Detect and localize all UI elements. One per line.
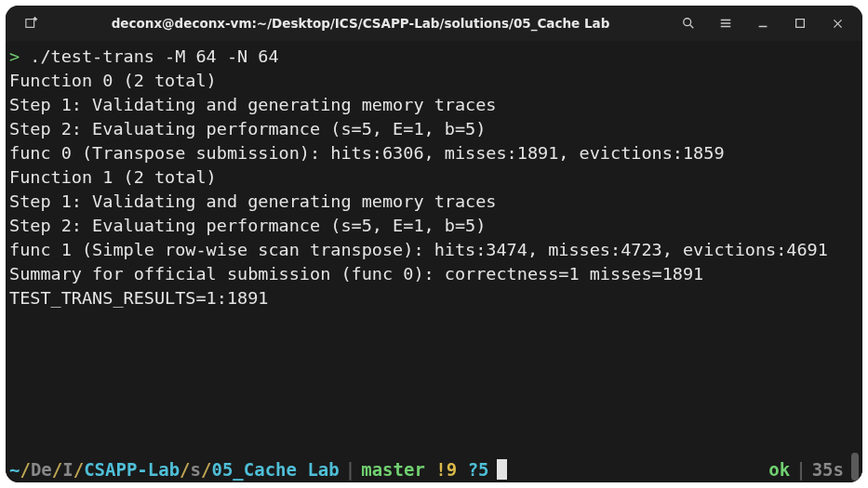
output-line: Step 2: Evaluating performance (s=5, E=1… bbox=[9, 117, 859, 141]
status-path: ~/De/I/CSAPP-Lab/s/05_Cache Lab bbox=[9, 457, 340, 481]
status-untracked: ?5 bbox=[468, 457, 489, 481]
window-title: deconx@deconx-vm:~/Desktop/ICS/CSAPP-Lab… bbox=[50, 16, 671, 31]
titlebar: deconx@deconx-vm:~/Desktop/ICS/CSAPP-Lab… bbox=[6, 6, 862, 41]
output-line: Summary for official submission (func 0)… bbox=[9, 262, 859, 286]
status-slash: / bbox=[52, 459, 62, 480]
output-line: Step 1: Validating and generating memory… bbox=[9, 93, 859, 117]
status-time: 35s bbox=[812, 457, 844, 481]
status-dirty: !9 bbox=[435, 457, 457, 481]
scrollbar-thumb[interactable] bbox=[851, 453, 859, 481]
svg-point-1 bbox=[684, 19, 691, 26]
status-tilde: ~ bbox=[9, 459, 20, 480]
output-line: Function 0 (2 total) bbox=[9, 69, 859, 93]
close-icon bbox=[832, 18, 844, 30]
minimize-button[interactable] bbox=[745, 9, 781, 37]
close-button[interactable] bbox=[820, 9, 855, 37]
output-line: TEST_TRANS_RESULTS=1:1891 bbox=[9, 286, 859, 310]
status-slash: / bbox=[201, 459, 211, 480]
svg-rect-0 bbox=[26, 20, 34, 28]
status-seg: De bbox=[31, 459, 52, 480]
prompt-marker: > bbox=[9, 46, 20, 66]
maximize-button[interactable] bbox=[782, 9, 818, 37]
svg-line-2 bbox=[690, 25, 694, 29]
hamburger-icon bbox=[719, 17, 732, 30]
output-line: Function 1 (2 total) bbox=[9, 165, 859, 190]
cursor bbox=[497, 459, 507, 480]
search-button[interactable] bbox=[671, 9, 706, 37]
new-tab-icon bbox=[25, 17, 38, 30]
search-icon bbox=[682, 17, 695, 30]
status-bar: ~/De/I/CSAPP-Lab/s/05_Cache Lab | master… bbox=[9, 456, 859, 482]
status-seg: s bbox=[191, 459, 201, 480]
maximize-icon bbox=[794, 17, 807, 30]
status-branch: master bbox=[361, 457, 425, 481]
status-pipe: | bbox=[345, 457, 355, 481]
terminal-body[interactable]: > ./test-trans -M 64 -N 64 Function 0 (2… bbox=[6, 41, 862, 482]
status-pipe: | bbox=[795, 457, 806, 481]
svg-rect-7 bbox=[796, 20, 805, 28]
minimize-icon bbox=[756, 17, 769, 30]
command-line: > ./test-trans -M 64 -N 64 bbox=[9, 45, 859, 69]
status-seg: CSAPP-Lab bbox=[84, 459, 180, 480]
status-seg: I bbox=[62, 459, 73, 480]
status-ok: ok bbox=[768, 457, 790, 481]
status-slash: / bbox=[180, 459, 190, 480]
output-line: func 1 (Simple row-wise scan transpose):… bbox=[9, 238, 859, 262]
menu-button[interactable] bbox=[708, 9, 743, 37]
output-line: Step 2: Evaluating performance (s=5, E=1… bbox=[9, 214, 859, 238]
status-slash: / bbox=[20, 459, 30, 480]
status-seg: 05_Cache Lab bbox=[211, 459, 339, 480]
output-line: func 0 (Transpose submission): hits:6306… bbox=[9, 141, 859, 165]
output-line: Step 1: Validating and generating memory… bbox=[9, 190, 859, 214]
terminal-window: deconx@deconx-vm:~/Desktop/ICS/CSAPP-Lab… bbox=[6, 6, 862, 482]
command-text: ./test-trans -M 64 -N 64 bbox=[20, 46, 278, 66]
status-slash: / bbox=[73, 459, 84, 480]
new-tab-button[interactable] bbox=[14, 9, 49, 37]
